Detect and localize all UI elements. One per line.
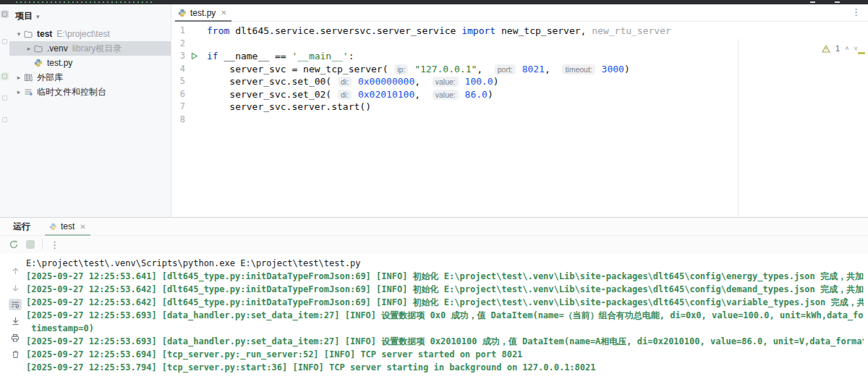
project-stripe-icon[interactable] [1, 10, 9, 18]
stripe-icon[interactable] [1, 72, 9, 80]
clear-trash-icon[interactable] [9, 349, 22, 360]
parameter-hint: di: [338, 77, 352, 87]
tree-item-external-libraries[interactable]: ▸外部库 [9, 70, 171, 85]
soft-wrap-icon[interactable] [9, 299, 22, 310]
code-text: server_svc.set_00( di: 0x00000000, value… [207, 75, 499, 88]
titlebar-mark [835, 1, 840, 3]
stripe-icon[interactable] [1, 116, 9, 124]
arrow-down-icon[interactable] [9, 282, 22, 294]
console-line: [2025-09-27 12:25:53.642] [dlt645_type.p… [26, 283, 864, 296]
run-toolbar: ⋮ [0, 236, 868, 253]
tree-item-test-py-file[interactable]: test.py [9, 56, 171, 70]
project-panel: 项目 ▾ ▾testE:\project\test▸.venvlibrary根目… [9, 4, 171, 217]
line-number: 6 [172, 88, 185, 101]
rerun-icon[interactable] [9, 239, 19, 250]
toolbar-separator [42, 239, 43, 250]
code-text: server_svc.set_02( di: 0x02010100, value… [207, 88, 493, 101]
tab-label: test.py [190, 8, 216, 18]
more-options-kebab-icon[interactable]: ⋮ [50, 239, 59, 250]
chevron-down-icon[interactable]: ▾ [14, 30, 24, 38]
close-icon[interactable]: ✕ [221, 9, 226, 17]
tree-item-label: 外部库 [37, 72, 63, 84]
prev-problem-chevron-up-icon[interactable]: ˄ [845, 45, 848, 53]
line-number: 5 [172, 75, 185, 88]
chevron-down-icon: ▾ [36, 13, 40, 20]
parameter-hint: di: [338, 90, 352, 100]
print-icon[interactable] [9, 332, 22, 344]
scroll-to-end-icon[interactable] [9, 315, 22, 327]
line-number: 1 [172, 25, 185, 38]
line-number: 2 [172, 38, 185, 51]
run-tab-underline [45, 234, 90, 236]
gutter-space [185, 38, 204, 51]
scrollbar-warning-mark[interactable] [858, 52, 865, 54]
console-line: [2025-09-27 12:25:53.694] [tcp_server.py… [26, 348, 864, 361]
gutter-space [185, 114, 204, 127]
tree-item-label: .venv [47, 43, 68, 54]
code-line: 5 server_svc.set_00( di: 0x00000000, val… [172, 75, 868, 88]
project-panel-title: 项目 [15, 10, 33, 22]
chevron-right-icon[interactable]: ▸ [24, 45, 34, 52]
code-line: 3if __name__ == '__main__': [172, 50, 868, 63]
next-problem-chevron-down-icon[interactable]: ˅ [854, 45, 858, 53]
gutter-space [185, 25, 204, 38]
gutter-space [185, 101, 204, 114]
code-line: 1from dlt645.service.serversvc.server_se… [172, 25, 868, 38]
code-text: from dlt645.service.serversvc.server_ser… [207, 25, 671, 38]
chevron-right-icon[interactable]: ▸ [14, 74, 24, 81]
chevron-right-icon[interactable]: ▸ [14, 88, 24, 95]
line-number: 7 [172, 101, 185, 114]
console-line: E:\project\test\.venv\Scripts\python.exe… [26, 257, 864, 270]
parameter-hint: port: [495, 64, 516, 74]
hard-wrap-guide [738, 39, 739, 216]
python-file-icon [178, 9, 187, 17]
inspection-widget[interactable]: 1 ˄ ˅ [822, 44, 858, 54]
code-text: server_svc = new_tcp_server( ip: "127.0.… [207, 63, 630, 76]
gutter-space [185, 75, 204, 88]
gutter-space [185, 63, 204, 76]
console-line: [2025-09-27 12:25:53.693] [data_handler.… [26, 309, 864, 322]
python-run-icon [49, 223, 57, 231]
tree-item-label: test [37, 29, 52, 39]
arrow-up-icon[interactable] [9, 265, 22, 277]
project-tree: ▾testE:\project\test▸.venvlibrary根目录test… [9, 27, 171, 99]
run-panel-title: 运行 [13, 221, 30, 233]
project-panel-header[interactable]: 项目 ▾ [9, 4, 171, 27]
titlebar-mark [810, 1, 815, 3]
line-number: 8 [172, 114, 185, 127]
code-text: server_svc.server.start() [207, 101, 371, 114]
run-tab-label: test [61, 221, 75, 231]
run-panel-header: 运行 test ✕ [0, 218, 868, 236]
code-text: if __name__ == '__main__': [207, 50, 354, 63]
parameter-hint: timeout: [562, 64, 595, 74]
close-icon[interactable]: ✕ [80, 223, 85, 231]
console-line: [2025-09-27 12:25:53.641] [dlt645_type.p… [26, 270, 864, 283]
tab-options-kebab-icon[interactable]: ⋮ [851, 7, 861, 17]
console-line: timestamp=0) [26, 322, 864, 335]
tree-item-label: test.py [47, 58, 72, 68]
stripe-icon[interactable] [1, 94, 9, 102]
warning-icon [822, 45, 830, 53]
tree-item-venv-folder[interactable]: ▸.venvlibrary根目录 [9, 41, 171, 56]
console-output[interactable]: E:\project\test\.venv\Scripts\python.exe… [26, 257, 864, 379]
editor-tab-bar: test.py ✕ ⋮ [172, 4, 868, 22]
titlebar-decoration [16, 1, 153, 3]
stripe-icon[interactable] [1, 38, 9, 46]
line-number: 3 [172, 50, 185, 63]
warning-count: 1 [835, 44, 841, 54]
tree-item-hint: library根目录 [72, 43, 122, 55]
tab-test-py[interactable]: test.py ✕ [172, 4, 234, 22]
tree-item-scratches-consoles[interactable]: ▸临时文件和控制台 [9, 85, 171, 99]
code-editor[interactable]: 1from dlt645.service.serversvc.server_se… [172, 22, 868, 216]
console-line: [2025-09-27 12:25:53.794] [tcp_server.py… [26, 361, 864, 374]
parameter-hint: value: [433, 90, 459, 100]
stop-icon[interactable] [26, 240, 35, 249]
run-gutter-icon[interactable] [185, 50, 204, 63]
tree-item-project-root[interactable]: ▾testE:\project\test [9, 27, 171, 41]
console-toolbar [7, 265, 23, 360]
console-line: [2025-09-27 12:25:53.642] [dlt645_type.p… [26, 296, 864, 309]
run-tab-test[interactable]: test ✕ [45, 218, 90, 236]
folder-icon [24, 30, 34, 38]
parameter-hint: value: [433, 77, 459, 87]
code-line: 4 server_svc = new_tcp_server( ip: "127.… [172, 63, 868, 76]
